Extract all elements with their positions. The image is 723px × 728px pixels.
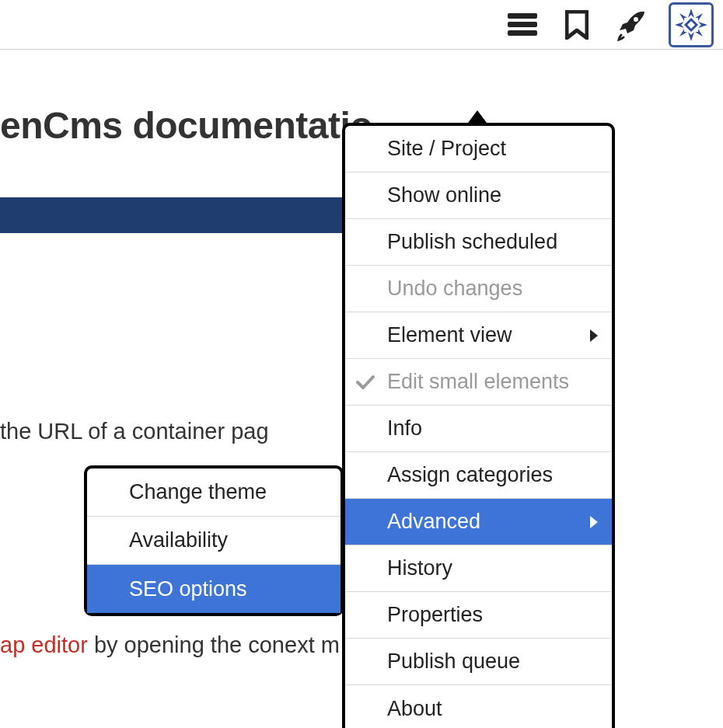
header-bar <box>0 197 342 233</box>
opencms-logo[interactable] <box>669 2 714 47</box>
submenu-item-availability[interactable]: Availability <box>87 517 341 565</box>
svg-marker-15 <box>590 516 598 528</box>
menu-item-show-online[interactable]: Show online <box>345 172 612 219</box>
svg-marker-7 <box>698 22 707 28</box>
menu-item-label: Change theme <box>129 480 267 504</box>
menu-item-label: Availability <box>129 528 228 552</box>
svg-marker-10 <box>679 29 687 37</box>
svg-marker-8 <box>679 13 687 21</box>
svg-rect-2 <box>508 30 537 36</box>
chevron-right-icon <box>590 329 598 342</box>
svg-rect-1 <box>508 22 537 27</box>
check-icon <box>356 374 375 390</box>
menu-item-label: Edit small elements <box>387 370 569 394</box>
svg-marker-9 <box>695 13 703 21</box>
svg-point-3 <box>634 17 638 22</box>
bookmark-icon[interactable] <box>560 8 594 42</box>
svg-rect-0 <box>508 13 537 19</box>
menu-item-publish-scheduled[interactable]: Publish scheduled <box>345 219 612 266</box>
page-title: enCms documentatio <box>0 104 372 147</box>
menu-item-edit-small-elements[interactable]: Edit small elements <box>345 359 612 406</box>
menu-item-element-view[interactable]: Element view <box>345 312 612 359</box>
link-text[interactable]: ap editor <box>0 632 88 657</box>
menu-item-assign-categories[interactable]: Assign categories <box>345 452 612 499</box>
menu-item-label: Site / Project <box>387 137 506 161</box>
body-text-line-1: the URL of a container pag <box>0 419 269 444</box>
menu-item-label: Assign categories <box>387 463 553 487</box>
menu-item-label: Publish scheduled <box>387 230 557 254</box>
menu-item-label: Undo changes <box>387 277 522 301</box>
menu-item-info[interactable]: Info <box>345 406 612 452</box>
menu-item-label: Publish queue <box>387 650 520 674</box>
context-menu: Site / Project Show online Publish sched… <box>342 123 615 728</box>
svg-marker-14 <box>590 329 598 342</box>
body-text-rest: by opening the conext m <box>88 632 340 657</box>
chevron-right-icon <box>590 516 598 528</box>
menu-item-label: Show online <box>387 183 501 207</box>
submenu-item-seo-options[interactable]: SEO options <box>87 565 341 613</box>
svg-marker-11 <box>695 29 703 37</box>
menu-item-undo-changes: Undo changes <box>345 266 612 312</box>
page-background: enCms documentatio the URL of a containe… <box>0 50 723 728</box>
rocket-icon[interactable] <box>614 8 648 42</box>
menu-item-publish-queue[interactable]: Publish queue <box>345 639 612 685</box>
submenu-item-change-theme[interactable]: Change theme <box>87 468 341 517</box>
menu-item-label: Properties <box>387 603 483 627</box>
menu-item-label: History <box>387 556 452 580</box>
hamburger-icon[interactable] <box>505 8 540 42</box>
menu-item-history[interactable]: History <box>345 545 612 592</box>
svg-marker-4 <box>688 9 694 18</box>
advanced-submenu: Change theme Availability SEO options <box>84 465 344 616</box>
menu-item-label: Advanced <box>387 510 480 534</box>
svg-marker-6 <box>675 22 684 28</box>
menu-item-site-project[interactable]: Site / Project <box>345 126 612 172</box>
menu-item-label: Element view <box>387 323 512 347</box>
svg-marker-5 <box>688 32 694 41</box>
menu-item-label: About <box>387 697 442 721</box>
menu-item-label: SEO options <box>129 577 247 601</box>
top-toolbar <box>0 0 723 50</box>
menu-item-label: Info <box>387 416 422 441</box>
menu-item-advanced[interactable]: Advanced <box>345 499 612 545</box>
menu-item-about[interactable]: About <box>345 685 612 728</box>
menu-item-properties[interactable]: Properties <box>345 592 612 639</box>
body-text-line-2: ap editor by opening the conext m <box>0 632 340 658</box>
